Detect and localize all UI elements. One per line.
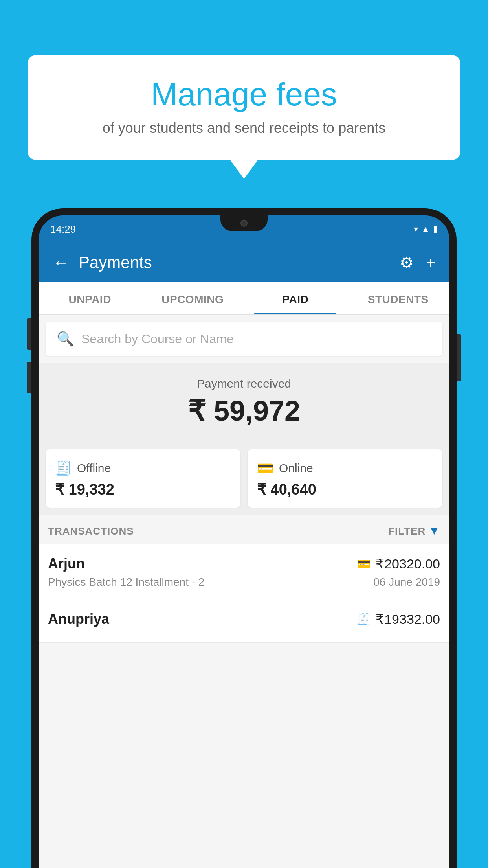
transaction-item-anupriya[interactable]: Anupriya 🧾 ₹19332.00 — [39, 600, 449, 643]
status-icons: ▾ ▲ ▮ — [414, 224, 438, 234]
transactions-header: TRANSACTIONS FILTER ▼ — [39, 515, 449, 544]
filter-button[interactable]: FILTER ▼ — [388, 525, 440, 537]
offline-card-header: 🧾 Offline — [55, 460, 231, 476]
status-bar: 14:29 ▾ ▲ ▮ — [39, 215, 449, 243]
battery-icon: ▮ — [433, 224, 438, 234]
payment-received-amount: ₹ 59,972 — [39, 394, 449, 427]
manage-fees-subtitle: of your students and send receipts to pa… — [51, 120, 437, 136]
transactions-label: TRANSACTIONS — [48, 525, 134, 537]
search-icon: 🔍 — [57, 331, 74, 347]
filter-icon: ▼ — [429, 525, 440, 537]
transaction-amount-row: 💳 ₹20320.00 — [357, 556, 440, 572]
notch — [220, 215, 268, 231]
back-button[interactable]: ← — [53, 253, 69, 272]
speech-bubble-container: Manage fees of your students and send re… — [28, 55, 460, 160]
offline-label: Offline — [77, 462, 111, 475]
camera — [240, 220, 248, 227]
transaction-date: 06 June 2019 — [373, 576, 440, 588]
header-icons: ⚙ + — [400, 254, 435, 272]
transaction-amount-row-2: 🧾 ₹19332.00 — [357, 611, 440, 627]
add-icon[interactable]: + — [426, 254, 435, 272]
transaction-detail: Physics Batch 12 Installment - 2 — [48, 576, 204, 588]
manage-fees-title: Manage fees — [51, 77, 437, 112]
tab-upcoming[interactable]: UPCOMING — [141, 282, 244, 314]
payment-received-section: Payment received ₹ 59,972 — [39, 363, 449, 441]
filter-label: FILTER — [388, 525, 426, 537]
page-title: Payments — [79, 253, 400, 272]
speech-bubble: Manage fees of your students and send re… — [28, 55, 460, 160]
transaction-amount: ₹20320.00 — [376, 556, 440, 572]
online-payment-card: 💳 Online ₹ 40,640 — [248, 449, 442, 508]
volume-down-button — [27, 362, 31, 393]
transaction-row1-2: Anupriya 🧾 ₹19332.00 — [48, 611, 440, 627]
phone-frame: 14:29 ▾ ▲ ▮ ← Payments ⚙ + UNPAID UPCOMI… — [31, 208, 457, 868]
online-card-header: 💳 Online — [257, 460, 433, 476]
transaction-item-arjun[interactable]: Arjun 💳 ₹20320.00 Physics Batch 12 Insta… — [39, 544, 449, 600]
online-label: Online — [279, 462, 313, 475]
signal-icon: ▲ — [421, 224, 430, 234]
transaction-name-2: Anupriya — [48, 611, 109, 627]
offline-payment-icon: 🧾 — [357, 613, 371, 626]
offline-icon: 🧾 — [55, 460, 72, 476]
app-header: ← Payments ⚙ + — [39, 243, 449, 282]
volume-up-button — [27, 318, 31, 350]
payment-cards: 🧾 Offline ₹ 19,332 💳 Online ₹ 40,640 — [39, 441, 449, 515]
tabs-bar: UNPAID UPCOMING PAID STUDENTS — [39, 282, 449, 315]
transaction-row2: Physics Batch 12 Installment - 2 06 June… — [48, 576, 440, 588]
payment-received-label: Payment received — [39, 377, 449, 390]
power-button — [457, 334, 461, 381]
transaction-name: Arjun — [48, 555, 85, 572]
card-payment-icon: 💳 — [357, 557, 371, 570]
search-placeholder: Search by Course or Name — [81, 332, 234, 346]
search-bar[interactable]: 🔍 Search by Course or Name — [46, 322, 442, 356]
settings-icon[interactable]: ⚙ — [400, 254, 414, 272]
transaction-row1: Arjun 💳 ₹20320.00 — [48, 555, 440, 572]
wifi-icon: ▾ — [414, 224, 418, 234]
transaction-amount-2: ₹19332.00 — [376, 611, 440, 627]
offline-payment-card: 🧾 Offline ₹ 19,332 — [46, 449, 240, 508]
tab-paid[interactable]: PAID — [244, 282, 347, 314]
tab-students[interactable]: STUDENTS — [347, 282, 450, 314]
online-amount: ₹ 40,640 — [257, 481, 433, 498]
app-content: ← Payments ⚙ + UNPAID UPCOMING PAID STUD… — [39, 243, 449, 868]
status-time: 14:29 — [50, 223, 76, 235]
online-icon: 💳 — [257, 460, 273, 476]
offline-amount: ₹ 19,332 — [55, 481, 231, 498]
tab-unpaid[interactable]: UNPAID — [39, 282, 141, 314]
